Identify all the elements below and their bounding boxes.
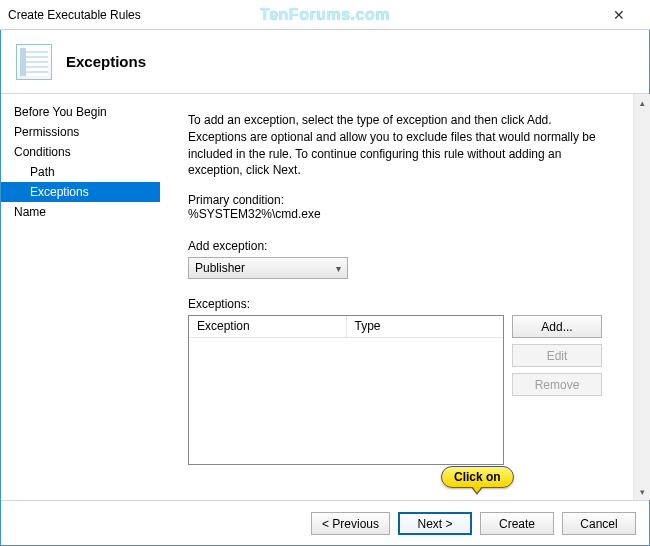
nav-name[interactable]: Name [0, 202, 160, 222]
window-title: Create Executable Rules [8, 8, 141, 22]
primary-condition-value: %SYSTEM32%\cmd.exe [188, 207, 602, 221]
nav-permissions[interactable]: Permissions [0, 122, 160, 142]
edit-button: Edit [512, 344, 602, 367]
exceptions-area: Exception Type Add... Edit Remove [188, 315, 602, 465]
wizard-nav: Before You Begin Permissions Conditions … [0, 94, 160, 500]
document-icon [16, 44, 52, 80]
close-button[interactable]: ✕ [596, 0, 642, 30]
content-scrollbar[interactable]: ▴ ▾ [633, 94, 650, 500]
cancel-button[interactable]: Cancel [562, 512, 636, 535]
scroll-down-icon[interactable]: ▾ [634, 483, 650, 500]
col-exception[interactable]: Exception [189, 316, 347, 337]
exception-type-value: Publisher [195, 261, 245, 275]
add-button[interactable]: Add... [512, 315, 602, 338]
wizard-body: Before You Begin Permissions Conditions … [0, 94, 650, 500]
primary-condition-block: Primary condition: %SYSTEM32%\cmd.exe [188, 193, 602, 221]
primary-condition-label: Primary condition: [188, 193, 602, 207]
wizard-footer: < Previous Next > Create Cancel [0, 500, 650, 546]
exceptions-list-label: Exceptions: [188, 297, 602, 311]
wizard-content: ▴ ▾ To add an exception, select the type… [160, 94, 650, 500]
list-header: Exception Type [189, 316, 503, 338]
nav-conditions[interactable]: Conditions [0, 142, 160, 162]
create-button[interactable]: Create [480, 512, 554, 535]
col-type[interactable]: Type [347, 316, 504, 337]
exception-buttons: Add... Edit Remove [512, 315, 602, 465]
next-button[interactable]: Next > [398, 512, 472, 535]
annotation-callout: Click on [441, 466, 514, 488]
description-text: To add an exception, select the type of … [188, 112, 602, 179]
scroll-up-icon[interactable]: ▴ [634, 94, 650, 111]
exceptions-listview[interactable]: Exception Type [188, 315, 504, 465]
exception-type-dropdown[interactable]: Publisher [188, 257, 348, 279]
page-title: Exceptions [66, 53, 146, 70]
previous-button[interactable]: < Previous [311, 512, 390, 535]
nav-path[interactable]: Path [0, 162, 160, 182]
close-icon: ✕ [613, 7, 625, 23]
wizard-header: Exceptions [0, 30, 650, 94]
remove-button: Remove [512, 373, 602, 396]
nav-before-you-begin[interactable]: Before You Begin [0, 102, 160, 122]
add-exception-label: Add exception: [188, 239, 602, 253]
watermark-text: TenForums.com [260, 6, 390, 24]
titlebar: Create Executable Rules TenForums.com ✕ [0, 0, 650, 30]
nav-exceptions[interactable]: Exceptions [0, 182, 160, 202]
